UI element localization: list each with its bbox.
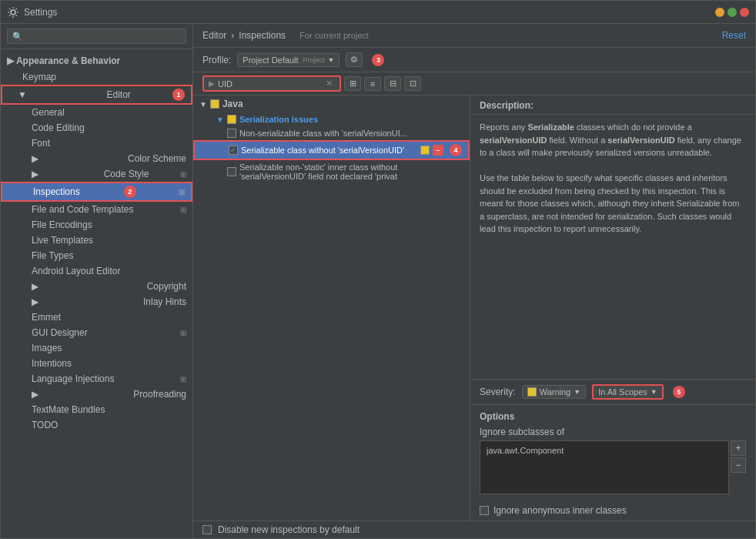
clear-search-button[interactable]: ✕ [326, 79, 333, 89]
disable-inspections-label: Disable new inspections by default [218, 524, 360, 535]
code-style-icon: ⊞ [180, 170, 186, 179]
non-serializable-checkbox[interactable] [227, 129, 236, 138]
title-bar: Settings − □ × [1, 1, 755, 24]
severity-dropdown[interactable]: Warning ▼ [522, 385, 586, 399]
profile-gear-button[interactable]: ⚙ [346, 52, 363, 67]
sidebar-item-general[interactable]: General [1, 105, 192, 120]
description-header: Description: [470, 95, 755, 115]
sidebar-item-intentions[interactable]: Intentions [1, 356, 192, 371]
tree-group-java: ▼ Java ▼ Serialization issues Non- [193, 95, 470, 183]
sidebar-item-language-injections[interactable]: Language Injections ⊞ [1, 371, 192, 387]
sidebar-item-file-code-templates[interactable]: File and Code Templates ⊞ [1, 202, 192, 217]
remove-subclass-button[interactable]: − [731, 457, 746, 473]
sidebar-item-emmet[interactable]: Emmet [1, 310, 192, 325]
profile-type: Project [303, 56, 325, 64]
file-templates-icon: ⊞ [180, 206, 186, 214]
close-button[interactable]: × [740, 8, 749, 17]
description-body: Reports any Serializable classes which d… [470, 115, 755, 380]
reset-button[interactable]: Reset [722, 30, 746, 41]
sidebar-item-code-editing[interactable]: Code Editing [1, 120, 192, 136]
title-bar-controls: − □ × [715, 8, 749, 17]
severity-label: Severity: [480, 387, 516, 397]
breadcrumb-inspections: Inspections [239, 30, 286, 41]
minimize-button[interactable]: − [715, 8, 724, 17]
right-panel: Editor › Inspections For current project… [193, 24, 755, 538]
maximize-button[interactable]: □ [728, 8, 737, 17]
sidebar-search-container [1, 24, 192, 49]
annotation-5: 5 [673, 386, 685, 398]
anonymous-checkbox[interactable] [480, 506, 489, 515]
sidebar-item-copyright[interactable]: ▶ Copyright [1, 279, 192, 294]
collapse-all-button[interactable]: ⊟ [384, 76, 401, 91]
sidebar-item-code-style[interactable]: ▶ Code Style ⊞ [1, 166, 192, 182]
tree-item-serializable-class[interactable]: ✓ Serializable class without 'serialVers… [193, 140, 470, 160]
tree-item-non-serializable[interactable]: Non-serializable class with 'serialVersi… [193, 126, 470, 140]
inspection-tree: ▼ Java ▼ Serialization issues Non- [193, 95, 470, 521]
profile-dropdown[interactable]: Project Default Project ▼ [237, 53, 340, 67]
profile-label: Profile: [202, 55, 231, 65]
sidebar-item-images[interactable]: Images [1, 340, 192, 356]
settings-window: Settings − □ × ▶ Appearance & Behavior K… [0, 0, 756, 539]
sidebar-item-keymap[interactable]: Keymap [1, 69, 192, 85]
inspections-icon: ⊞ [179, 188, 185, 196]
for-current-project[interactable]: For current project [299, 31, 369, 40]
serializable-class-checkbox[interactable]: ✓ [229, 146, 238, 155]
sidebar-item-color-scheme[interactable]: ▶ Color Scheme [1, 151, 192, 166]
add-subclass-button[interactable]: + [731, 440, 746, 456]
layout-button[interactable]: ⊡ [404, 76, 421, 91]
tree-group-java-header[interactable]: ▼ Java [193, 95, 470, 112]
filter-button[interactable]: ⊞ [344, 76, 361, 91]
tree-item-serialization-issues[interactable]: ▼ Serialization issues [193, 112, 470, 126]
serialization-color-box [227, 115, 236, 124]
annotation-2: 2 [124, 186, 136, 198]
severity-chevron-icon: ▼ [574, 388, 580, 396]
breadcrumb: Editor › Inspections For current project [202, 30, 369, 41]
sidebar-item-file-encodings[interactable]: File Encodings [1, 217, 192, 233]
sidebar-item-gui-designer[interactable]: GUI Designer ⊞ [1, 325, 192, 340]
sidebar-item-font[interactable]: Font [1, 136, 192, 151]
window-title: Settings [24, 7, 715, 18]
panel-body: ▼ Java ▼ Serialization issues Non- [193, 95, 755, 521]
expand-all-button[interactable]: ≡ [364, 77, 381, 91]
sidebar-item-todo[interactable]: TODO [1, 417, 192, 433]
chevron-down-icon: ▼ [328, 56, 335, 64]
options-section: Options Ignore subclasses of java.awt.Co… [470, 405, 755, 500]
scope-dropdown[interactable]: In All Scopes ▼ [592, 384, 664, 400]
sidebar-item-appearance[interactable]: ▶ Appearance & Behavior [1, 52, 192, 69]
options-title: Options [480, 411, 746, 422]
subclass-input[interactable]: java.awt.Component [480, 440, 729, 494]
sidebar-item-editor[interactable]: ▼ Editor 1 [1, 85, 192, 105]
search-box: ▶ ✕ [202, 75, 341, 92]
search-input[interactable] [218, 79, 326, 89]
annotation-4: 4 [450, 144, 462, 156]
subclass-container: java.awt.Component + − [480, 440, 746, 494]
sidebar-search-input[interactable] [7, 28, 186, 44]
settings-icon [7, 6, 19, 18]
sidebar-item-android-layout[interactable]: Android Layout Editor [1, 263, 192, 279]
sidebar-item-inlay-hints[interactable]: ▶ Inlay Hints [1, 294, 192, 310]
right-header: Editor › Inspections For current project… [193, 24, 755, 48]
anonymous-row: Ignore anonymous inner classes [470, 500, 755, 521]
main-content: ▶ Appearance & Behavior Keymap ▼ Editor … [1, 24, 755, 538]
scope-chevron-icon: ▼ [651, 388, 657, 396]
inspections-toolbar: ▶ ✕ ⊞ ≡ ⊟ ⊡ [193, 72, 755, 95]
selected-color-box [420, 146, 430, 155]
sidebar-item-live-templates[interactable]: Live Templates [1, 233, 192, 248]
sidebar-item-file-types[interactable]: File Types [1, 248, 192, 263]
breadcrumb-separator: › [231, 30, 234, 41]
disable-inspections-checkbox[interactable] [202, 525, 212, 534]
description-panel: Description: Reports any Serializable cl… [470, 95, 755, 521]
svg-point-0 [11, 10, 15, 15]
sidebar-items: ▶ Appearance & Behavior Keymap ▼ Editor … [1, 49, 192, 436]
tree-group-java-label: Java [222, 99, 243, 109]
sidebar-item-proofreading[interactable]: ▶ Proofreading [1, 387, 192, 402]
minus-button[interactable]: − [433, 145, 443, 156]
subclass-buttons: + − [731, 440, 746, 494]
sidebar-item-inspections[interactable]: Inspections 2 ⊞ [1, 182, 192, 202]
profile-toolbar: Profile: Project Default Project ▼ ⚙ 3 [193, 48, 755, 72]
breadcrumb-editor: Editor [202, 30, 226, 41]
sidebar: ▶ Appearance & Behavior Keymap ▼ Editor … [1, 24, 193, 538]
sidebar-item-textmate[interactable]: TextMate Bundles [1, 402, 192, 417]
tree-item-non-static[interactable]: Serializable non-'static' inner class wi… [193, 160, 470, 183]
non-static-checkbox[interactable] [227, 167, 236, 176]
